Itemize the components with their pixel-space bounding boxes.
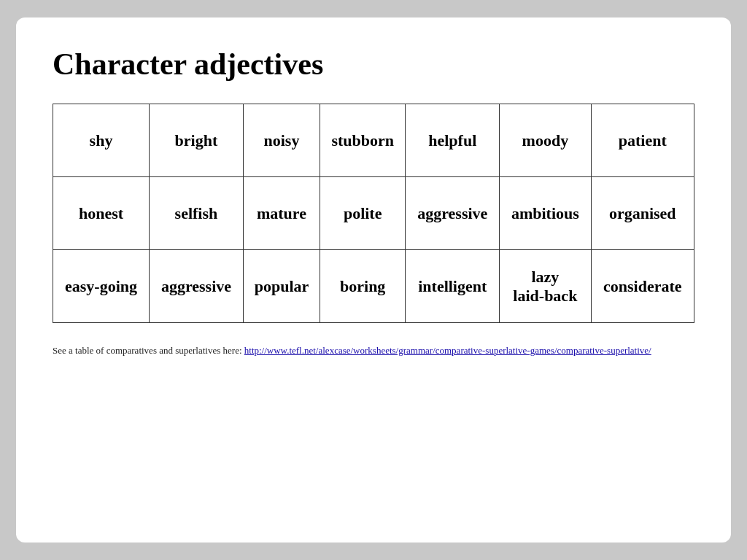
- table-cell: helpful: [406, 104, 500, 177]
- table-row: shybrightnoisystubbornhelpfulmoodypatien…: [53, 104, 694, 177]
- table-cell: aggressive: [406, 177, 500, 250]
- slide-container: Character adjectives shybrightnoisystubb…: [16, 18, 731, 542]
- footer-static: See a table of comparatives and superlat…: [53, 345, 244, 356]
- table-cell: moody: [500, 104, 591, 177]
- table-cell: easy-going: [53, 250, 150, 323]
- table-cell: organised: [591, 177, 694, 250]
- footer-link[interactable]: http://www.tefl.net/alexcase/worksheets/…: [244, 345, 651, 356]
- table-cell: selfish: [150, 177, 244, 250]
- table-cell: ambitious: [500, 177, 591, 250]
- table-cell: intelligent: [406, 250, 500, 323]
- table-cell: noisy: [243, 104, 320, 177]
- table-row: honestselfishmaturepoliteaggressiveambit…: [53, 177, 694, 250]
- footer: See a table of comparatives and superlat…: [53, 345, 694, 357]
- table-row: easy-goingaggressivepopularboringintelli…: [53, 250, 694, 323]
- table-cell: boring: [320, 250, 406, 323]
- table-cell: honest: [53, 177, 150, 250]
- table-cell: patient: [591, 104, 694, 177]
- adjectives-table: shybrightnoisystubbornhelpfulmoodypatien…: [53, 104, 694, 323]
- table-cell: bright: [150, 104, 244, 177]
- table-cell: polite: [320, 177, 406, 250]
- table-cell: lazylaid-back: [500, 250, 591, 323]
- table-cell: popular: [243, 250, 320, 323]
- table-cell: shy: [53, 104, 150, 177]
- table-cell: aggressive: [150, 250, 244, 323]
- table-cell: mature: [243, 177, 320, 250]
- table-cell: considerate: [591, 250, 694, 323]
- table-cell: stubborn: [320, 104, 406, 177]
- page-title: Character adjectives: [53, 47, 694, 82]
